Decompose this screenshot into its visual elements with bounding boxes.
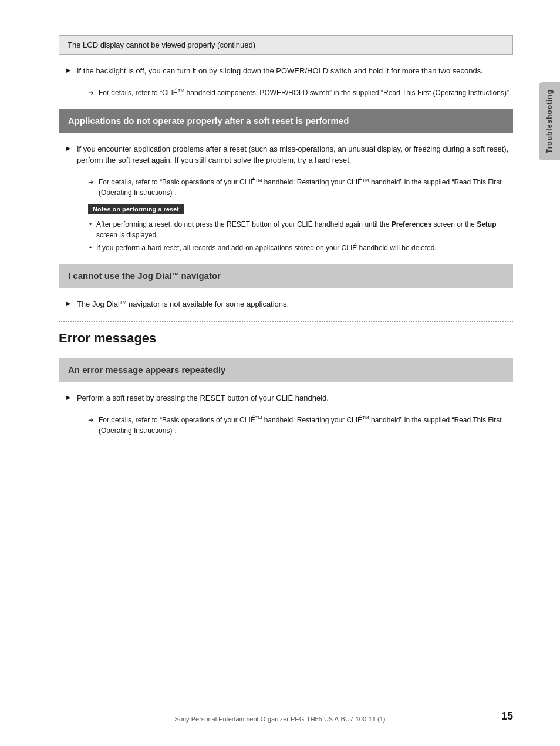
jog-dial-section-header: I cannot use the Jog DialTM navigator [59, 264, 513, 288]
soft-reset-sub-bullet-1: ➜ For details, refer to “Basic operation… [88, 177, 513, 198]
error-sub-bullet-1-text: For details, refer to “Basic operations … [99, 415, 513, 436]
arrow-icon-3: ► [65, 299, 72, 308]
error-sub-bullet-1: ➜ For details, refer to “Basic operation… [88, 415, 513, 436]
sub-arrow-icon-2: ➜ [88, 178, 94, 186]
sub-arrow-icon-1: ➜ [88, 89, 94, 97]
lcd-bullet-1-text: If the backlight is off, you can turn it… [77, 65, 483, 77]
notes-item-1: After performing a reset, do not press t… [88, 219, 513, 240]
lcd-bullet-1: ► If the backlight is off, you can turn … [65, 65, 513, 77]
arrow-icon-2: ► [65, 144, 72, 153]
sub-arrow-icon-3: ➜ [88, 416, 94, 424]
soft-reset-sub-bullet-1-text: For details, refer to “Basic operations … [99, 177, 513, 198]
soft-reset-header-text: Applications do not operate properly aft… [68, 116, 349, 126]
notes-list: After performing a reset, do not press t… [88, 219, 513, 253]
lcd-section-header: The LCD display cannot be viewed properl… [59, 35, 513, 55]
jog-dial-header-text: I cannot use the Jog DialTM navigator [68, 271, 221, 281]
page-container: Troubleshooting The LCD display cannot b… [0, 0, 560, 746]
lcd-sub-bullet-1-text: For details, refer to “CLIÉTM handheld … [99, 88, 511, 98]
soft-reset-section-header: Applications do not operate properly aft… [59, 109, 513, 133]
soft-reset-bullet-1: ► If you encounter application problems … [65, 143, 513, 166]
notes-item-2: If you perform a hard reset, all records… [88, 243, 513, 253]
jog-dial-bullet-1-text: The Jog DialTM navigator is not availabl… [77, 298, 289, 310]
error-bullet-1: ► Perform a soft reset by pressing the R… [65, 392, 513, 404]
lcd-sub-bullet-1: ➜ For details, refer to “CLIÉTM handhel… [88, 88, 513, 98]
dotted-divider [59, 321, 513, 322]
error-messages-title: Error messages [59, 331, 513, 346]
arrow-icon-4: ► [65, 393, 72, 402]
notes-box: Notes on performing a reset After perfor… [88, 204, 513, 253]
jog-dial-bullet-1: ► The Jog DialTM navigator is not availa… [65, 298, 513, 310]
error-bullet-1-text: Perform a soft reset by pressing the RES… [77, 392, 329, 404]
soft-reset-bullet-1-text: If you encounter application problems af… [77, 143, 513, 166]
notes-title: Notes on performing a reset [88, 204, 184, 214]
arrow-icon-1: ► [65, 66, 72, 75]
error-sub-section-header: An error message appears repeatedly [59, 358, 513, 382]
side-tab: Troubleshooting [539, 82, 560, 160]
side-tab-label: Troubleshooting [545, 89, 554, 153]
footer: Sony Personal Entertainment Organizer PE… [0, 715, 560, 723]
